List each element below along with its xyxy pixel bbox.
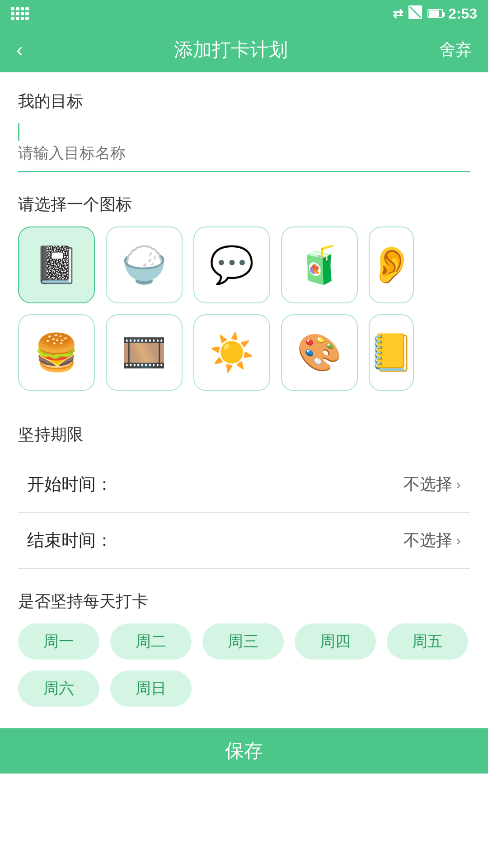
icon-palette[interactable]: 🎨	[281, 314, 358, 391]
start-chevron-icon: ›	[456, 476, 461, 493]
weekday-mon[interactable]: 周一	[18, 623, 99, 660]
back-button[interactable]: ‹	[16, 38, 23, 61]
period-label: 坚持期限	[18, 424, 470, 446]
weekday-sat[interactable]: 周六	[18, 670, 99, 707]
icon-sun[interactable]: ☀️	[193, 314, 270, 391]
icon-row-1-wrapper: 📓 🍚 💬 🧃 👂	[0, 226, 488, 314]
save-button[interactable]: 保存	[0, 728, 488, 774]
end-time-label: 结束时间：	[27, 529, 113, 552]
input-cursor	[18, 123, 19, 141]
page-title: 添加打卡计划	[174, 37, 288, 62]
icon-notebook[interactable]: 📓	[18, 226, 95, 303]
period-section: 坚持期限 开始时间： 不选择 › 结束时间： 不选择 ›	[18, 424, 470, 569]
icon-rice[interactable]: 🍚	[106, 226, 183, 303]
icon-book[interactable]: 📒	[369, 314, 414, 391]
daily-label: 是否坚持每天打卡	[18, 590, 470, 613]
signal-off-icon	[408, 5, 422, 22]
icon-drink[interactable]: 🧃	[281, 226, 358, 303]
start-time-row[interactable]: 开始时间： 不选择 ›	[18, 457, 470, 513]
goal-input-wrapper	[18, 123, 470, 172]
icon-select-section: 请选择一个图标 📓 🍚 💬 🧃 👂 🍔 🎞️ ☀️ 🎨 📒	[18, 193, 470, 402]
weekday-fri[interactable]: 周五	[387, 623, 468, 660]
battery-icon	[427, 9, 443, 18]
goal-input[interactable]	[18, 141, 470, 165]
status-bar: ⇄ 2:53	[0, 0, 488, 27]
time-display: 2:53	[448, 5, 477, 22]
status-bar-left	[11, 7, 29, 20]
save-btn-area: 保存	[0, 728, 488, 774]
weekday-grid: 周一 周二 周三 周四 周五 周六 周日	[18, 623, 470, 707]
main-content: 我的目标 请选择一个图标 📓 🍚 💬 🧃 👂 🍔 🎞️ ☀️ 🎨	[0, 72, 488, 707]
daily-section: 是否坚持每天打卡 周一 周二 周三 周四 周五 周六 周日	[18, 590, 470, 707]
goal-label: 我的目标	[18, 90, 470, 113]
app-header: ‹ 添加打卡计划 舍弃	[0, 27, 488, 72]
icon-ear[interactable]: 👂	[369, 226, 414, 303]
cancel-button[interactable]: 舍弃	[439, 39, 472, 61]
weekday-sun[interactable]: 周日	[110, 670, 192, 707]
icon-row-2: 🍔 🎞️ ☀️ 🎨 📒	[18, 314, 470, 391]
icon-chat[interactable]: 💬	[193, 226, 270, 303]
keyboard-icon	[11, 7, 29, 20]
start-time-value[interactable]: 不选择 ›	[404, 473, 461, 495]
end-chevron-icon: ›	[456, 532, 461, 549]
end-time-value[interactable]: 不选择 ›	[404, 529, 461, 552]
goal-section: 我的目标	[18, 90, 470, 172]
end-time-row[interactable]: 结束时间： 不选择 ›	[18, 513, 470, 569]
weekday-thu[interactable]: 周四	[295, 623, 376, 660]
weekday-tue[interactable]: 周二	[110, 623, 192, 660]
icon-row-1: 📓 🍚 💬 🧃 👂	[18, 226, 470, 303]
icon-select-label: 请选择一个图标	[18, 193, 470, 216]
start-time-label: 开始时间：	[27, 473, 113, 496]
weekday-wed[interactable]: 周三	[202, 623, 284, 660]
icon-film[interactable]: 🎞️	[106, 314, 183, 391]
icon-burger[interactable]: 🍔	[18, 314, 95, 391]
icon-row-2-wrapper: 🍔 🎞️ ☀️ 🎨 📒	[0, 314, 488, 402]
status-bar-right: ⇄ 2:53	[393, 5, 477, 22]
connectivity-icon: ⇄	[393, 6, 403, 21]
